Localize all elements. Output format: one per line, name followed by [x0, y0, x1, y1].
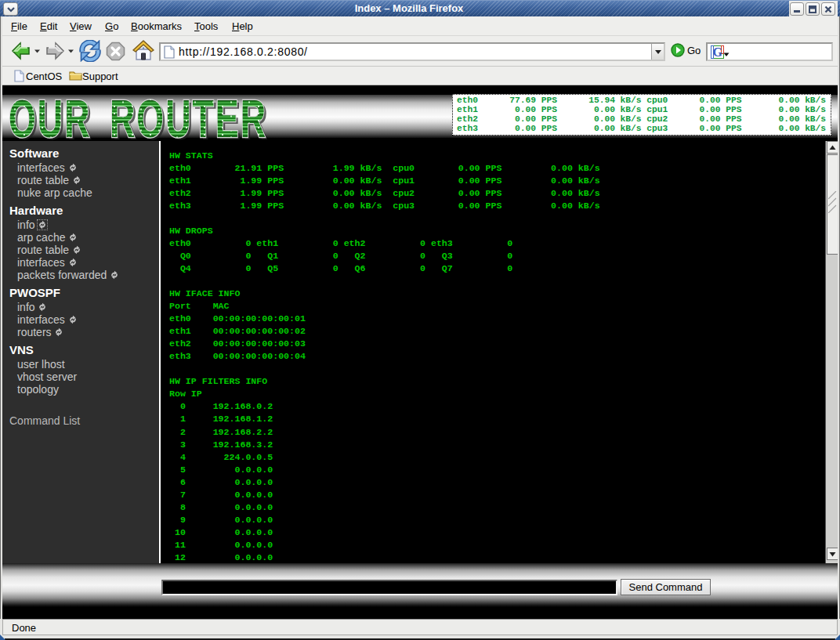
svg-text:OUR ROUTER: OUR ROUTER	[9, 90, 267, 145]
svg-text:G: G	[713, 45, 723, 59]
